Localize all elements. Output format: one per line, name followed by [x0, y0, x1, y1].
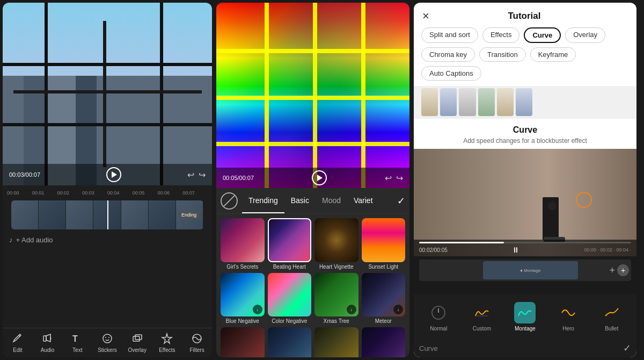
timeline-track[interactable]: Ending: [11, 200, 203, 229]
effect-thumb-meteor: ↓: [362, 273, 406, 317]
play-button-2[interactable]: [312, 170, 327, 185]
filters-icon: [190, 332, 204, 345]
effect-p1[interactable]: ↓: [221, 327, 265, 357]
add-audio-button[interactable]: ♪ + Add audio: [3, 232, 212, 248]
tool-effects-label: Effects: [159, 347, 175, 353]
redo-button-2[interactable]: ↪: [396, 173, 403, 183]
thermal-effect-bg: [216, 3, 409, 188]
tool-stickers[interactable]: Stickers: [94, 332, 120, 353]
strip-thumb-6: [516, 88, 532, 116]
video-controls-1: 00:03/00:07 ↩ ↪: [3, 164, 212, 185]
effect-p3[interactable]: [314, 327, 358, 357]
download-badge-blue-neg: ↓: [253, 305, 262, 314]
tab-basic[interactable]: Basic: [284, 188, 316, 213]
tut-progress-bar[interactable]: [419, 242, 631, 243]
tut-track-clip: ● Montage: [483, 261, 579, 279]
tool-filters[interactable]: Filters: [184, 332, 210, 353]
tag-row: Split and sort Effects Curve Overlay Chr…: [414, 27, 636, 86]
effect-meteor[interactable]: ↓ Meteor: [362, 273, 406, 325]
tutorial-video-preview: 00:02/00:05 ⏸ 00:00 · 00:02 · 00:04 ·: [414, 149, 636, 256]
playhead: [107, 200, 108, 229]
tag-auto-captions[interactable]: Auto Captions: [421, 66, 481, 81]
ruler-tick-6: 00:06: [158, 190, 183, 196]
tut-add-track-btn[interactable]: +: [617, 264, 629, 276]
tool-overlay[interactable]: Overlay: [125, 332, 150, 353]
svg-marker-7: [162, 334, 172, 343]
add-audio-icon: ♪: [9, 236, 13, 244]
curve-confirm-icon[interactable]: ✓: [623, 342, 631, 354]
speed-montage[interactable]: Montage: [514, 302, 536, 332]
effect-p4[interactable]: [362, 327, 406, 357]
speed-hero[interactable]: Hero: [558, 302, 579, 332]
speed-controls: Normal Custom Montage: [414, 294, 636, 339]
play-icon-1: [112, 171, 117, 178]
window-frame: [3, 3, 212, 185]
effect-thumb-p1: ↓: [221, 327, 265, 357]
strip-thumb-2: [440, 88, 457, 116]
curve-info-desc: Add speed changes for a blockbuster effe…: [422, 137, 628, 145]
video-controls-2: 00:05/00:07 ↩ ↪: [216, 168, 409, 188]
tag-keyframe[interactable]: Keyframe: [530, 47, 576, 62]
undo-button[interactable]: ↩: [187, 170, 194, 180]
tab-variety[interactable]: Variet: [347, 188, 379, 213]
tutorial-title: Tutorial: [421, 11, 628, 21]
effect-heart-vignette[interactable]: Heart Vignette: [314, 218, 358, 270]
tag-chroma-key[interactable]: Chroma key: [421, 47, 475, 62]
speed-bullet[interactable]: Bullet: [601, 302, 623, 332]
timeline-area: 00:00 00:01 00:02 00:03 00:04 00:05 00:0…: [3, 185, 212, 328]
effect-beating-heart[interactable]: Beating Heart: [268, 218, 312, 270]
speed-montage-label: Montage: [515, 326, 536, 332]
svg-text:T: T: [72, 334, 78, 343]
download-badge-xmas: ↓: [347, 305, 356, 314]
play-icon-2: [317, 175, 323, 181]
effect-sunset-light[interactable]: Sunset Light: [362, 218, 406, 270]
svg-rect-0: [43, 336, 46, 341]
tool-text[interactable]: T Text: [64, 332, 90, 353]
effect-p2[interactable]: [268, 327, 312, 357]
undo-redo-group: ↩ ↪: [187, 170, 206, 180]
tut-plus-buttons: + +: [609, 264, 629, 276]
ruler-tick-2: 00:02: [57, 190, 83, 196]
tool-audio[interactable]: Audio: [35, 332, 61, 353]
undo-button-2[interactable]: ↩: [385, 173, 392, 183]
tag-effects[interactable]: Effects: [482, 27, 520, 43]
tool-effects[interactable]: Effects: [154, 332, 180, 353]
tut-timeline: ● Montage + +: [414, 256, 636, 294]
tracking-circle: [576, 192, 592, 208]
tab-mood[interactable]: Mood: [316, 188, 347, 213]
undo-redo-2: ↩ ↪: [385, 173, 403, 183]
redo-button[interactable]: ↪: [199, 170, 206, 180]
speed-bullet-icon: [601, 302, 623, 323]
tag-transition[interactable]: Transition: [479, 47, 526, 62]
no-effect-icon[interactable]: [221, 192, 238, 210]
effect-color-negative[interactable]: Color Negative: [268, 273, 312, 325]
ruler-tick-5: 00:05: [133, 190, 158, 196]
speed-normal-label: Normal: [430, 326, 447, 332]
tag-split-and-sort[interactable]: Split and sort: [421, 27, 478, 43]
video-preview-1: 00:03/00:07 ↩ ↪: [3, 3, 212, 185]
tut-track[interactable]: ● Montage + +: [419, 260, 631, 281]
effects-tabs: Trending Basic Mood Variet ✓: [216, 188, 409, 214]
tool-edit[interactable]: Edit: [5, 332, 31, 353]
pause-icon-tut[interactable]: ⏸: [512, 246, 519, 254]
tab-trending[interactable]: Trending: [242, 188, 284, 213]
speed-custom-icon: [471, 302, 493, 323]
download-badge-meteor: ↓: [393, 305, 403, 314]
panel-video-editor: 00:03/00:07 ↩ ↪ 00:00 00:01 00:02 00:03 …: [3, 3, 212, 357]
confirm-icon[interactable]: ✓: [397, 195, 405, 207]
tag-overlay[interactable]: Overlay: [565, 27, 605, 43]
svg-rect-5: [133, 336, 140, 341]
curve-info-title: Curve: [422, 125, 628, 135]
tag-curve[interactable]: Curve: [524, 27, 561, 43]
effect-xmas-tree[interactable]: ↓ Xmas Tree: [314, 273, 358, 325]
speed-custom[interactable]: Custom: [471, 302, 493, 332]
play-button-1[interactable]: [106, 167, 121, 182]
track-label: Ending: [179, 211, 199, 219]
strip-thumb-1: [421, 88, 438, 116]
effect-name-sunset-light: Sunset Light: [362, 264, 406, 270]
effect-blue-negative[interactable]: ↓ Blue Negative: [221, 273, 265, 325]
stickers-icon: [100, 332, 114, 345]
effect-girls-secrets[interactable]: Girl's Secrets: [221, 218, 265, 270]
speed-normal[interactable]: Normal: [428, 302, 449, 332]
tut-add-icon[interactable]: +: [609, 265, 615, 276]
